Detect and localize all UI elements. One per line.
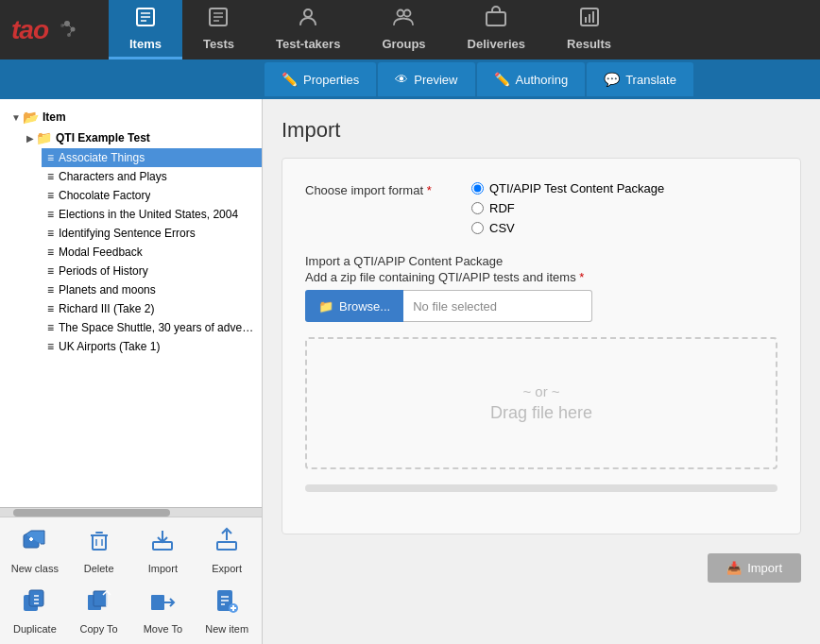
results-icon <box>578 6 601 33</box>
tab-authoring-label: Authoring <box>516 73 569 87</box>
import-submit-label: Import <box>747 561 782 575</box>
tab-bar: ✏️ Properties 👁 Preview ✏️ Authoring 💬 T… <box>0 59 820 99</box>
duplicate-icon <box>22 587 48 619</box>
tab-translate[interactable]: 💬 Translate <box>587 62 693 96</box>
root-folder[interactable]: ▼ 📂 Item <box>8 107 262 127</box>
authoring-icon: ✏️ <box>494 72 510 87</box>
translate-icon: 💬 <box>604 72 620 87</box>
list-item[interactable]: ≡ Elections in the United States, 2004 <box>42 205 262 224</box>
list-item[interactable]: ≡ Characters and Plays <box>42 167 262 186</box>
list-item[interactable]: ≡ The Space Shuttle, 30 years of adventu… <box>42 318 262 337</box>
drag-drop-or: ~ or ~ <box>522 383 559 399</box>
list-item[interactable]: ≡ Identifying Sentence Errors <box>42 224 262 243</box>
item-label-10: UK Airports (Take 1) <box>59 340 160 353</box>
format-option-rdf[interactable]: RDF <box>471 201 664 215</box>
nav-item-groups[interactable]: Groups <box>361 0 446 59</box>
tests-icon <box>207 6 230 33</box>
format-option-csv[interactable]: CSV <box>471 221 664 235</box>
qti-folder-row[interactable]: ▶ 📁 QTI Example Test <box>23 127 262 148</box>
tab-authoring[interactable]: ✏️ Authoring <box>477 62 586 96</box>
copy-to-label: Copy To <box>80 623 118 635</box>
move-to-icon <box>149 587 176 619</box>
tab-preview[interactable]: 👁 Preview <box>378 62 474 96</box>
required-star: * <box>579 270 584 284</box>
item-label-0: Associate Things <box>59 151 145 164</box>
horizontal-scrollbar[interactable] <box>0 507 262 517</box>
tab-translate-label: Translate <box>625 73 676 87</box>
nav-item-results[interactable]: Results <box>546 0 632 59</box>
drag-drop-area[interactable]: ~ or ~ Drag file here <box>305 337 777 469</box>
svg-rect-34 <box>217 542 236 550</box>
duplicate-button[interactable]: Duplicate <box>4 582 66 640</box>
svg-rect-44 <box>151 595 164 610</box>
radio-rdf[interactable] <box>471 202 484 214</box>
list-item[interactable]: ≡ Modal Feedback <box>42 243 262 262</box>
svg-point-17 <box>404 10 411 17</box>
list-item[interactable]: ≡ Richard III (Take 2) <box>42 299 262 318</box>
sidebar: ▼ 📂 Item ▶ 📁 QTI Example Test ≡ <box>0 99 263 644</box>
import-submit-button[interactable]: 📥 Import <box>708 553 801 583</box>
file-name-display: No file selected <box>403 290 592 322</box>
format-option-qti[interactable]: QTI/APIP Test Content Package <box>471 181 664 195</box>
scrollbar-thumb <box>13 509 170 517</box>
move-to-button[interactable]: Move To <box>132 582 195 640</box>
delete-button[interactable]: Delete <box>68 521 130 580</box>
item-icon-0: ≡ <box>47 151 54 164</box>
copy-to-icon <box>86 587 112 619</box>
progress-bar-container <box>305 484 777 492</box>
svg-line-4 <box>67 24 73 29</box>
new-class-icon <box>22 527 48 559</box>
list-item[interactable]: ≡ Chocolate Factory <box>42 186 262 205</box>
action-buttons: New class Delete Import Export <box>0 517 262 644</box>
tab-properties-label: Properties <box>303 73 359 87</box>
tab-preview-label: Preview <box>414 73 457 87</box>
radio-qti-label: QTI/APIP Test Content Package <box>489 181 664 195</box>
import-label: Import <box>148 563 178 574</box>
list-item[interactable]: ≡ Planets and moons <box>42 280 262 299</box>
item-icon-4: ≡ <box>47 227 54 240</box>
format-radio-group: QTI/APIP Test Content Package RDF CSV <box>471 181 664 235</box>
drag-drop-text: Drag file here <box>490 403 592 423</box>
nav-label-results: Results <box>567 37 611 51</box>
app-logo: tao <box>0 0 109 59</box>
new-item-icon <box>214 587 240 619</box>
copy-to-button[interactable]: Copy To <box>68 582 130 640</box>
import-description: Import a QTI/APIP Content Package Add a … <box>305 254 777 284</box>
item-label-6: Periods of History <box>59 264 148 278</box>
nav-item-test-takers[interactable]: Test-takers <box>255 0 361 59</box>
new-item-button[interactable]: New item <box>196 582 258 640</box>
item-label-2: Chocolate Factory <box>59 189 150 202</box>
new-class-button[interactable]: New class <box>4 521 66 580</box>
logo-icon <box>48 16 77 44</box>
radio-csv[interactable] <box>471 222 484 234</box>
delete-icon <box>86 527 112 559</box>
import-action-row: 📥 Import <box>282 553 801 583</box>
radio-qti[interactable] <box>471 182 484 195</box>
list-item[interactable]: ≡ Associate Things <box>42 148 262 167</box>
item-label-9: The Space Shuttle, 30 years of adventu..… <box>59 321 256 334</box>
browse-button[interactable]: 📁 Browse... <box>305 290 403 322</box>
root-folder-icon: 📂 <box>23 110 39 125</box>
content-area: Import Choose import format * QTI/APIP T… <box>263 99 820 644</box>
nav-item-tests[interactable]: Tests <box>182 0 255 59</box>
deliveries-icon <box>485 6 507 33</box>
item-icon-2: ≡ <box>47 189 54 202</box>
list-item[interactable]: ≡ Periods of History <box>42 262 262 280</box>
item-icon-1: ≡ <box>47 170 54 183</box>
tree-area: ▼ 📂 Item ▶ 📁 QTI Example Test ≡ <box>0 99 262 507</box>
item-icon-6: ≡ <box>47 264 54 278</box>
tab-properties[interactable]: ✏️ Properties <box>265 62 376 96</box>
nav-label-deliveries: Deliveries <box>468 37 525 51</box>
qti-subfolder: ▶ 📁 QTI Example Test ≡ Associate Things … <box>8 127 262 356</box>
move-to-label: Move To <box>144 623 182 635</box>
export-button[interactable]: Export <box>196 521 258 580</box>
items-icon <box>134 6 157 33</box>
delete-label: Delete <box>84 563 114 574</box>
nav-item-items[interactable]: Items <box>109 0 182 59</box>
page-title: Import <box>282 118 801 143</box>
radio-csv-label: CSV <box>489 221 515 235</box>
import-button[interactable]: Import <box>132 521 195 580</box>
list-item[interactable]: ≡ UK Airports (Take 1) <box>42 337 262 356</box>
nav-item-deliveries[interactable]: Deliveries <box>447 0 546 59</box>
top-navigation: tao Items Tests Test-ta <box>0 0 820 59</box>
